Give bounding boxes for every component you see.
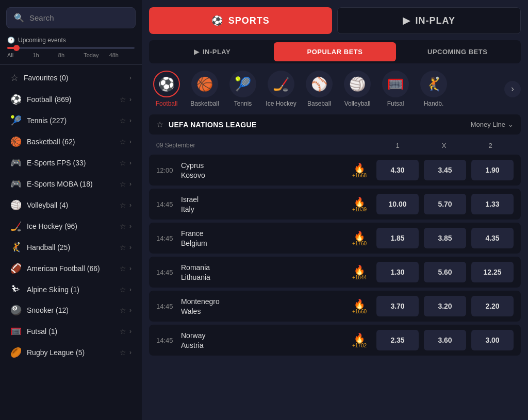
sport-filter-next-button[interactable]: › bbox=[504, 81, 521, 97]
odd-1-button[interactable]: 1.85 bbox=[376, 228, 419, 248]
sidebar-item-alpine-skiing[interactable]: ⛷ Alpine Skiing (1) ☆ › bbox=[3, 279, 139, 299]
football-icon: ⚽ bbox=[10, 94, 22, 105]
sidebar-item-rugby-league[interactable]: 🏉 Rugby League (5) ☆ › bbox=[3, 342, 139, 363]
top-tabs: ⚽ SPORTS ▶ IN-PLAY bbox=[149, 7, 521, 34]
baseball-circle: ⚾ bbox=[306, 71, 333, 97]
sidebar-sports-list: ⚽ Football (869) ☆ › 🎾 Tennis (227) ☆ › … bbox=[0, 89, 142, 420]
chevron-down-icon: › bbox=[129, 349, 131, 356]
sidebar-item-basketball[interactable]: 🏀 Basketball (62) ☆ › bbox=[3, 131, 139, 152]
fire-icon: 🔥 bbox=[354, 162, 365, 174]
sport-filter-tennis[interactable]: 🎾 Tennis bbox=[225, 71, 260, 107]
futsal-icon: 🥅 bbox=[10, 326, 22, 337]
chevron-down-icon: › bbox=[129, 180, 131, 188]
star-icon: ☆ bbox=[10, 72, 19, 83]
rugby-league-icon: 🏉 bbox=[10, 347, 22, 358]
tab-popular-bets[interactable]: POPULAR BETS bbox=[274, 42, 397, 61]
star-icon[interactable]: ☆ bbox=[120, 116, 126, 125]
fire-icon: 🔥 bbox=[354, 264, 365, 276]
time-slider[interactable] bbox=[7, 47, 135, 49]
hot-indicator: 🔥 +1668 bbox=[348, 162, 371, 178]
futsal-circle: 🥅 bbox=[382, 71, 409, 97]
sidebar-item-esports-fps[interactable]: 🎮 E-Sports FPS (33) ☆ › bbox=[3, 153, 139, 173]
sidebar-item-american-football[interactable]: 🏈 American Football (66) ☆ › bbox=[3, 258, 139, 279]
odd-2-button[interactable]: 12.25 bbox=[471, 262, 514, 282]
match-teams: Cyprus Kosovo bbox=[181, 161, 342, 179]
search-icon: 🔍 bbox=[14, 13, 24, 23]
odd-x-button[interactable]: 3.45 bbox=[424, 160, 466, 180]
divider bbox=[0, 64, 142, 65]
odd-2-button[interactable]: 3.00 bbox=[471, 330, 514, 350]
star-icon[interactable]: ☆ bbox=[120, 306, 126, 314]
sidebar-item-icehockey[interactable]: 🏒 Ice Hockey (96) ☆ › bbox=[3, 216, 139, 237]
odd-x-button[interactable]: 5.60 bbox=[424, 262, 466, 282]
star-icon[interactable]: ☆ bbox=[120, 348, 126, 357]
odd-1-button[interactable]: 2.35 bbox=[376, 330, 419, 350]
odd-1-button[interactable]: 3.70 bbox=[376, 296, 419, 316]
sport-filter-baseball[interactable]: ⚾ Baseball bbox=[302, 71, 337, 107]
league-star-icon[interactable]: ☆ bbox=[156, 120, 163, 129]
fire-icon: 🔥 bbox=[354, 230, 365, 242]
odd-2-button[interactable]: 1.33 bbox=[471, 194, 514, 214]
sport-filter-icehockey[interactable]: 🏒 Ice Hockey bbox=[263, 71, 299, 107]
odd-x-button[interactable]: 3.20 bbox=[424, 296, 466, 316]
sport-filter-row: ⚽ Football 🏀 Basketball 🎾 Tennis 🏒 Ice H… bbox=[149, 71, 521, 107]
table-row: 14:45 Montenegro Wales 🔥 +1660 3.70 3.20… bbox=[149, 291, 521, 322]
sport-filter-handball[interactable]: 🤾 Handb. bbox=[416, 71, 451, 107]
hot-indicator: 🔥 +1660 bbox=[348, 298, 371, 314]
sidebar-item-futsal[interactable]: 🥅 Futsal (1) ☆ › bbox=[3, 321, 139, 342]
odd-x-button[interactable]: 3.85 bbox=[424, 228, 466, 248]
sport-filter-basketball[interactable]: 🏀 Basketball bbox=[187, 71, 222, 107]
odd-2-button[interactable]: 4.35 bbox=[471, 228, 514, 248]
chevron-down-icon: › bbox=[129, 138, 131, 145]
main-content: ⚽ SPORTS ▶ IN-PLAY ▶ IN-PLAY POPULAR BET… bbox=[142, 0, 528, 420]
tab-upcoming-bets[interactable]: UPCOMING BETS bbox=[396, 42, 519, 61]
star-icon[interactable]: ☆ bbox=[120, 285, 126, 294]
odd-1-button[interactable]: 1.30 bbox=[376, 262, 419, 282]
star-icon[interactable]: ☆ bbox=[120, 222, 126, 230]
star-icon[interactable]: ☆ bbox=[120, 159, 126, 167]
inplay-tab-icon: ▶ bbox=[403, 15, 410, 26]
star-icon[interactable]: ☆ bbox=[120, 180, 126, 188]
sport-filter-football[interactable]: ⚽ Football bbox=[149, 71, 184, 107]
money-line-button[interactable]: Money Line ⌄ bbox=[471, 121, 514, 128]
odd-x-button[interactable]: 5.70 bbox=[424, 194, 466, 214]
sidebar-item-favourites[interactable]: ☆ Favourites (0) › bbox=[3, 68, 139, 88]
star-icon[interactable]: ☆ bbox=[120, 264, 126, 273]
tab-inplay-top[interactable]: ▶ IN-PLAY bbox=[337, 7, 521, 34]
basketball-circle: 🏀 bbox=[191, 71, 218, 97]
hot-indicator: 🔥 +1702 bbox=[348, 332, 371, 348]
odd-1-button[interactable]: 4.30 bbox=[376, 160, 419, 180]
odd-2-button[interactable]: 2.20 bbox=[471, 296, 514, 316]
tab-sports[interactable]: ⚽ SPORTS bbox=[149, 7, 332, 34]
star-icon[interactable]: ☆ bbox=[120, 138, 126, 146]
star-icon[interactable]: ☆ bbox=[120, 327, 126, 335]
sidebar-item-volleyball[interactable]: 🏐 Volleyball (4) ☆ › bbox=[3, 195, 139, 215]
sidebar-item-esports-moba[interactable]: 🎮 E-Sports MOBA (18) ☆ › bbox=[3, 174, 139, 194]
sidebar-item-football[interactable]: ⚽ Football (869) ☆ › bbox=[3, 89, 139, 110]
sidebar-item-tennis[interactable]: 🎾 Tennis (227) ☆ › bbox=[3, 110, 139, 131]
chevron-down-icon: ⌄ bbox=[508, 121, 514, 128]
sidebar-item-snooker[interactable]: 🎱 Snooker (12) ☆ › bbox=[3, 300, 139, 321]
inplay-sub-icon: ▶ bbox=[194, 48, 200, 56]
odd-x-button[interactable]: 3.60 bbox=[424, 330, 466, 350]
star-icon[interactable]: ☆ bbox=[120, 243, 126, 251]
sport-filter-futsal[interactable]: 🥅 Futsal bbox=[378, 71, 413, 107]
star-icon[interactable]: ☆ bbox=[120, 201, 126, 209]
search-input[interactable] bbox=[29, 13, 128, 22]
search-bar[interactable]: 🔍 bbox=[6, 7, 136, 28]
odd-1-button[interactable]: 10.00 bbox=[376, 194, 419, 214]
hot-indicator: 🔥 +1760 bbox=[348, 230, 371, 246]
icehockey-icon: 🏒 bbox=[10, 221, 22, 232]
icehockey-circle: 🏒 bbox=[268, 71, 294, 97]
snooker-icon: 🎱 bbox=[10, 305, 22, 316]
star-icon[interactable]: ☆ bbox=[120, 95, 126, 104]
sport-filter-volleyball[interactable]: 🏐 Volleyball bbox=[340, 71, 375, 107]
match-teams: Romania Lithuania bbox=[181, 263, 342, 281]
chevron-down-icon: › bbox=[129, 159, 131, 166]
chevron-down-icon: › bbox=[129, 307, 131, 314]
chevron-down-icon: › bbox=[129, 117, 131, 124]
tennis-circle: 🎾 bbox=[229, 71, 256, 97]
tab-inplay-sub[interactable]: ▶ IN-PLAY bbox=[151, 42, 274, 61]
odd-2-button[interactable]: 1.90 bbox=[471, 160, 514, 180]
sidebar-item-handball[interactable]: 🤾 Handball (25) ☆ › bbox=[3, 237, 139, 258]
